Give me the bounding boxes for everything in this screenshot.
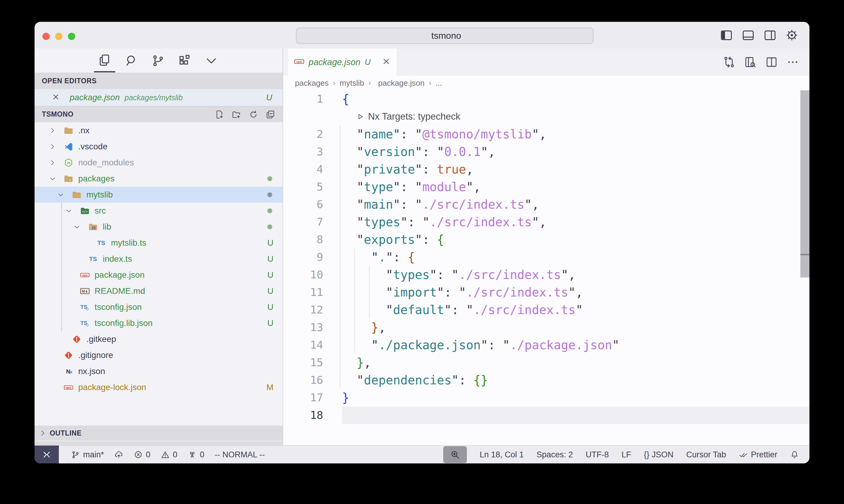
minimize-window-button[interactable] bbox=[55, 33, 63, 40]
broadcast-icon bbox=[188, 450, 197, 459]
tree-item-node-modules[interactable]: JSnode_modules bbox=[35, 155, 282, 170]
statusbar-formatter[interactable]: Prettier bbox=[739, 450, 777, 460]
tree-item--gitignore[interactable]: .gitignore bbox=[35, 347, 282, 363]
zoom-window-button[interactable] bbox=[68, 33, 75, 40]
statusbar-warnings[interactable]: 0 bbox=[161, 450, 177, 460]
codelens-nx-targets[interactable]: Nx Targets: typecheck bbox=[342, 111, 460, 122]
tree-item-label: lib bbox=[103, 222, 111, 232]
close-window-button[interactable] bbox=[42, 33, 50, 40]
line-number: 17 bbox=[283, 389, 342, 407]
compare-icon[interactable] bbox=[723, 56, 736, 69]
explorer-section-header[interactable]: TSMONO bbox=[35, 106, 282, 122]
chevron-right-icon[interactable] bbox=[49, 159, 64, 167]
line-number: 16 bbox=[283, 371, 342, 389]
tree-item-package-json[interactable]: npmpackage.jsonU bbox=[35, 267, 282, 283]
activity-more-views[interactable] bbox=[204, 54, 218, 68]
tree-item-nx-json[interactable]: Nxnx.json bbox=[35, 363, 282, 379]
activity-source-control[interactable] bbox=[151, 54, 165, 68]
tree-item-readme-md[interactable]: MREADME.mdU bbox=[35, 283, 282, 299]
activity-search[interactable] bbox=[124, 54, 138, 68]
statusbar-eol[interactable]: LF bbox=[621, 450, 631, 460]
section-header-timeline[interactable]: TIMELINE bbox=[35, 441, 282, 445]
breadcrumb-item[interactable]: ... bbox=[435, 78, 442, 88]
tree-item-label: src bbox=[94, 206, 106, 216]
warning-icon bbox=[161, 450, 170, 459]
line-number: 2 bbox=[283, 125, 342, 143]
tree-item-packages[interactable]: packages bbox=[35, 170, 282, 186]
open-editor-item[interactable]: npm package.json packages/mytslib U bbox=[35, 89, 282, 106]
line-number: 13 bbox=[283, 319, 342, 336]
statusbar-language-mode[interactable]: {} JSON bbox=[644, 450, 674, 460]
tree-item-tsconfig-json[interactable]: TStsconfig.jsonU bbox=[35, 299, 282, 315]
statusbar-encoding[interactable]: UTF-8 bbox=[586, 450, 609, 460]
statusbar-sync[interactable] bbox=[114, 450, 123, 459]
statusbar-ports[interactable]: 0 bbox=[188, 450, 204, 460]
line-number: 9 bbox=[283, 248, 342, 266]
open-editors-header[interactable]: OPEN EDITORS bbox=[35, 73, 282, 89]
statusbar-indentation-label: Spaces: 2 bbox=[537, 450, 573, 460]
statusbar-cursor-tab[interactable]: Cursor Tab bbox=[686, 450, 726, 460]
panel-right-icon[interactable] bbox=[763, 29, 777, 42]
activity-explorer[interactable] bbox=[98, 54, 111, 68]
activity-extensions[interactable] bbox=[178, 54, 192, 68]
tree-item-package-lock-json[interactable]: npmpackage-lock.jsonM bbox=[35, 379, 282, 395]
open-editor-path: packages/mytslib bbox=[125, 93, 183, 102]
editor-scrollbar[interactable] bbox=[800, 90, 809, 277]
chevron-down-icon[interactable] bbox=[49, 175, 64, 183]
tree-item--gitkeep[interactable]: .gitkeep bbox=[35, 331, 282, 347]
git-icon bbox=[64, 350, 76, 360]
chevron-down-icon[interactable] bbox=[73, 223, 88, 231]
gear-icon[interactable] bbox=[785, 29, 798, 42]
tree-item-label: index.ts bbox=[103, 254, 132, 264]
code-editor[interactable]: 1{Nx Targets: typecheck2 "name": "@tsmon… bbox=[283, 90, 809, 445]
scrollbar-cursor-marker bbox=[800, 254, 809, 255]
tree-item--nx[interactable]: .nx bbox=[35, 122, 282, 139]
tree-item-lib[interactable]: lib bbox=[35, 219, 282, 235]
tree-item-label: mytslib.ts bbox=[111, 238, 147, 248]
more-icon[interactable] bbox=[787, 56, 799, 69]
chevron-right-icon[interactable] bbox=[49, 127, 64, 134]
chevron-down-icon[interactable] bbox=[57, 191, 72, 199]
tab-package-json[interactable]: npm package.json U bbox=[288, 49, 397, 76]
tree-item-index-ts[interactable]: TSindex.tsU bbox=[35, 251, 282, 267]
statusbar-notifications[interactable] bbox=[790, 450, 799, 459]
statusbar-indentation[interactable]: Spaces: 2 bbox=[537, 450, 573, 460]
svg-text:M: M bbox=[82, 289, 85, 293]
line-number: 11 bbox=[283, 284, 342, 301]
line-number: 10 bbox=[283, 266, 342, 284]
panel-bottom-icon[interactable] bbox=[742, 29, 755, 42]
workspace-name: TSMONO bbox=[42, 110, 74, 119]
statusbar-cursor-position[interactable]: Ln 18, Col 1 bbox=[480, 450, 524, 460]
statusbar-vim-mode[interactable]: -- NORMAL -- bbox=[214, 450, 265, 460]
chevron-right-icon[interactable] bbox=[49, 143, 64, 150]
file-tree: .nx.vscodeJSnode_modulespackagesmytslib<… bbox=[35, 122, 282, 395]
section-header-outline[interactable]: OUTLINE bbox=[35, 425, 282, 441]
tree-item-src[interactable]: </>src bbox=[35, 203, 282, 219]
tree-item-tsconfig-lib-json[interactable]: TStsconfig.lib.jsonU bbox=[35, 315, 282, 331]
breadcrumb-item[interactable]: npmpackage.json bbox=[375, 78, 425, 88]
remote-indicator[interactable] bbox=[35, 446, 59, 463]
new-file-icon[interactable] bbox=[214, 110, 224, 119]
new-folder-icon[interactable] bbox=[231, 110, 241, 119]
activity-bar bbox=[35, 49, 282, 73]
statusbar-zoom-indicator[interactable] bbox=[443, 446, 467, 463]
tree-item-mytslib-ts[interactable]: TSmytslib.tsU bbox=[35, 235, 282, 251]
statusbar-errors[interactable]: 0 bbox=[134, 450, 150, 460]
panel-left-icon[interactable] bbox=[720, 29, 733, 42]
statusbar-git-branch[interactable]: main* bbox=[71, 450, 104, 460]
command-center-search[interactable]: tsmono bbox=[296, 28, 593, 44]
code-text: ".": { bbox=[342, 248, 809, 266]
tree-item-mytslib[interactable]: mytslib bbox=[35, 186, 282, 203]
git-status-badge: U bbox=[268, 254, 273, 264]
split-icon[interactable] bbox=[765, 56, 778, 69]
collapse-all-icon[interactable] bbox=[265, 110, 275, 119]
chevron-down-icon[interactable] bbox=[65, 207, 80, 215]
preview-icon[interactable] bbox=[744, 56, 757, 69]
close-tab-icon[interactable] bbox=[382, 57, 391, 67]
breadcrumb-item[interactable]: mytslib bbox=[340, 78, 364, 88]
git-status-badge: U bbox=[268, 270, 273, 280]
tree-item--vscode[interactable]: .vscode bbox=[35, 139, 282, 155]
breadcrumb-item[interactable]: packages bbox=[295, 78, 329, 88]
refresh-icon[interactable] bbox=[248, 110, 258, 119]
close-editor-icon[interactable] bbox=[52, 93, 60, 102]
